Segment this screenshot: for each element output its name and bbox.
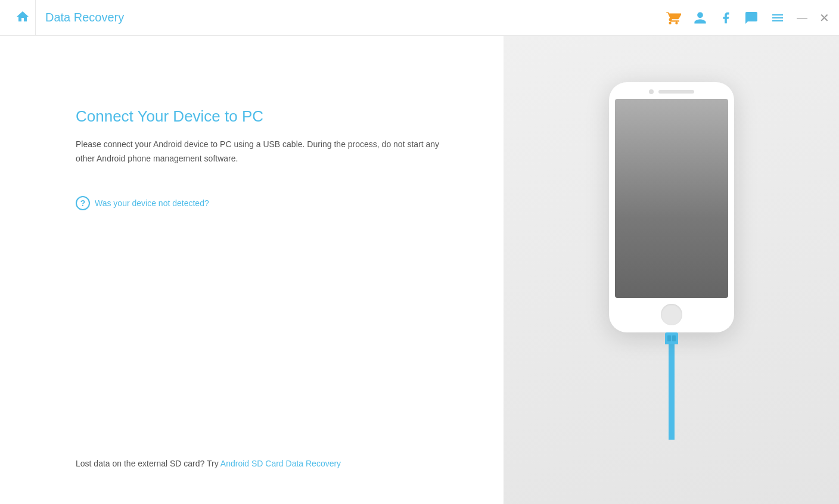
user-icon[interactable] — [693, 11, 707, 25]
usb-connector — [665, 332, 678, 344]
main-container: Connect Your Device to PC Please connect… — [0, 36, 839, 504]
device-not-detected-anchor[interactable]: Was your device not detected? — [95, 198, 209, 208]
left-panel: Connect Your Device to PC Please connect… — [0, 36, 504, 504]
app-title: Data Recovery — [45, 11, 666, 24]
cart-icon[interactable] — [666, 10, 681, 26]
usb-wire — [669, 344, 675, 440]
titlebar: Data Recovery — ✕ — [0, 0, 839, 36]
phone-graphic — [609, 82, 734, 332]
phone-screen — [615, 99, 728, 298]
bottom-text-prefix: Lost data on the external SD card? Try — [76, 459, 220, 468]
left-content: Connect Your Device to PC Please connect… — [0, 36, 504, 210]
phone-home-button — [661, 304, 682, 325]
facebook-icon[interactable] — [719, 11, 732, 24]
close-button[interactable]: ✕ — [819, 11, 829, 25]
phone-speaker — [658, 90, 694, 94]
menu-icon[interactable] — [770, 11, 785, 25]
phone-top-bar — [614, 89, 729, 94]
connect-title: Connect Your Device to PC — [76, 107, 456, 126]
help-circle-icon: ? — [76, 196, 90, 210]
home-icon — [15, 10, 30, 26]
home-button[interactable] — [10, 0, 36, 36]
sd-card-recovery-text: Lost data on the external SD card? Try A… — [0, 459, 504, 468]
chat-icon[interactable] — [744, 11, 759, 25]
device-not-detected-link[interactable]: ? Was your device not detected? — [76, 196, 456, 210]
phone-camera — [649, 89, 654, 94]
right-panel — [504, 36, 839, 504]
titlebar-actions: — ✕ — [666, 10, 829, 26]
connect-description: Please connect your Android device to PC… — [76, 138, 456, 166]
sd-card-recovery-link[interactable]: Android SD Card Data Recovery — [220, 459, 341, 468]
minimize-button[interactable]: — — [797, 11, 807, 24]
usb-cable — [665, 332, 678, 440]
phone-illustration — [609, 82, 734, 440]
